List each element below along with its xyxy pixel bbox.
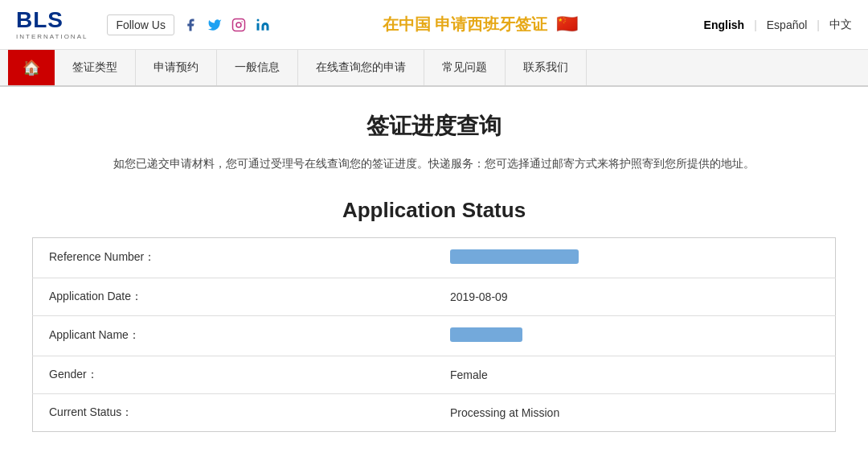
lang-english[interactable]: English <box>704 19 745 31</box>
reference-redacted <box>450 249 579 264</box>
instagram-icon[interactable] <box>229 15 248 35</box>
nav-item-faq[interactable]: 常见问题 <box>424 50 506 85</box>
gender-value: Female <box>434 356 836 393</box>
table-row-gender: Gender： Female <box>33 356 836 393</box>
header: BLS INTERNATIONAL Follow Us 在中国 申请西班牙签证 … <box>0 0 868 50</box>
table-row-reference: Reference Number： <box>33 237 836 278</box>
svg-point-2 <box>241 21 243 23</box>
table-row-date: Application Date： 2019-08-09 <box>33 278 836 315</box>
lang-divider-2: | <box>817 19 820 31</box>
logo-area: BLS INTERNATIONAL <box>16 9 88 40</box>
name-value <box>434 315 836 356</box>
nav-item-check-status[interactable]: 在线查询您的申请 <box>298 50 424 85</box>
reference-value <box>434 237 836 278</box>
table-row-status: Current Status： Processing at Mission <box>33 393 836 431</box>
gender-label: Gender： <box>33 356 435 393</box>
table-row-name: Applicant Name： <box>33 315 836 356</box>
nav-item-appointment[interactable]: 申请预约 <box>136 50 217 85</box>
linkedin-icon[interactable] <box>253 15 272 35</box>
svg-point-1 <box>236 23 241 27</box>
header-tagline: 在中国 申请西班牙签证 <box>383 15 548 33</box>
facebook-icon[interactable] <box>181 15 200 35</box>
date-label: Application Date： <box>33 278 435 315</box>
svg-rect-0 <box>232 19 244 31</box>
lang-divider-1: | <box>754 19 757 31</box>
flag-icon: 🇨🇳 <box>556 14 578 34</box>
header-center: 在中国 申请西班牙签证 🇨🇳 <box>272 14 688 35</box>
twitter-icon[interactable] <box>205 15 224 35</box>
lang-chinese[interactable]: 中文 <box>829 18 852 32</box>
svg-point-3 <box>256 19 259 21</box>
home-icon: 🏠 <box>23 59 40 76</box>
logo-bls-text: BLS <box>16 9 88 31</box>
reference-label: Reference Number： <box>33 237 435 278</box>
name-redacted <box>450 327 522 342</box>
follow-us-area: Follow Us <box>107 14 272 35</box>
lang-espanol[interactable]: Español <box>767 19 808 31</box>
nav-item-general-info[interactable]: 一般信息 <box>217 50 298 85</box>
lang-switcher: English | Español | 中文 <box>704 18 852 32</box>
nav-item-visa-type[interactable]: 签证类型 <box>55 50 136 85</box>
status-value: Processing at Mission <box>434 393 836 431</box>
nav: 🏠 签证类型 申请预约 一般信息 在线查询您的申请 常见问题 联系我们 <box>0 50 868 87</box>
date-value: 2019-08-09 <box>434 278 836 315</box>
page-title: 签证进度查询 <box>32 111 836 142</box>
status-label: Current Status： <box>33 393 435 431</box>
section-title: Application Status <box>32 198 836 223</box>
follow-us-label: Follow Us <box>107 14 174 35</box>
nav-item-contact[interactable]: 联系我们 <box>506 50 587 85</box>
name-label: Applicant Name： <box>33 315 435 356</box>
status-table: Reference Number： Application Date： 2019… <box>32 237 836 432</box>
logo[interactable]: BLS INTERNATIONAL <box>16 9 88 40</box>
page-description: 如您已递交申请材料，您可通过受理号在线查询您的签证进度。快递服务：您可选择通过邮… <box>32 154 836 174</box>
social-icons <box>181 15 272 35</box>
logo-international-text: INTERNATIONAL <box>16 33 88 40</box>
nav-home[interactable]: 🏠 <box>8 50 55 85</box>
main-content: 签证进度查询 如您已递交申请材料，您可通过受理号在线查询您的签证进度。快递服务：… <box>0 87 868 456</box>
